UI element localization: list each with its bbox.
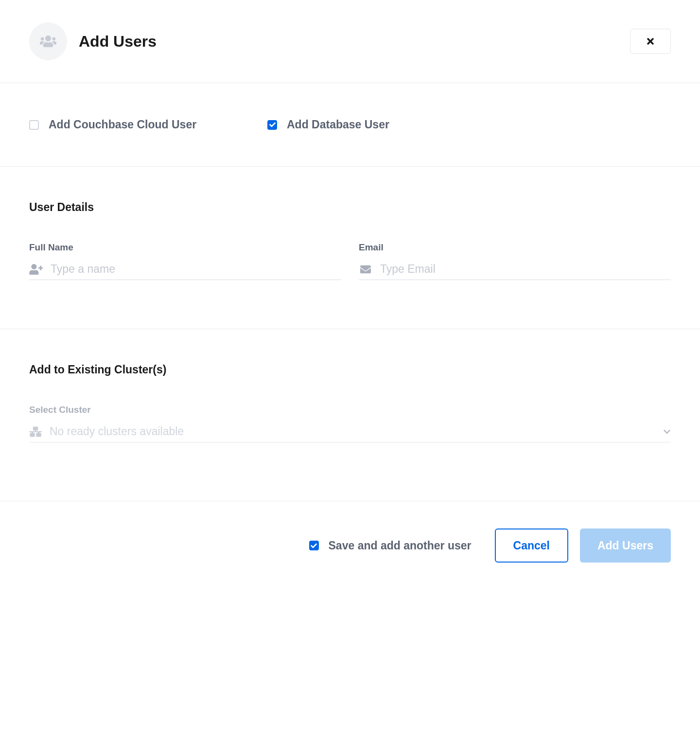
save-another-checkbox[interactable] xyxy=(309,541,319,550)
modal-title: Add Users xyxy=(79,33,157,51)
user-details-section: User Details Full Name Email xyxy=(0,167,700,329)
envelope-icon xyxy=(359,264,372,275)
cloud-user-checkbox[interactable] xyxy=(29,120,39,130)
database-user-checkbox[interactable] xyxy=(267,120,277,130)
add-users-modal: Add Users Add Couchbase Cloud User Add D… xyxy=(0,0,700,590)
email-input[interactable] xyxy=(380,263,671,276)
network-icon xyxy=(29,426,42,437)
cloud-user-label: Add Couchbase Cloud User xyxy=(49,118,196,131)
email-field-wrapper: Email xyxy=(359,242,671,280)
cluster-select[interactable]: No ready clusters available xyxy=(29,425,671,442)
email-input-wrapper xyxy=(359,263,671,280)
email-label: Email xyxy=(359,242,671,253)
save-another-label: Save and add another user xyxy=(329,539,472,552)
user-type-section: Add Couchbase Cloud User Add Database Us… xyxy=(0,83,700,166)
cancel-button[interactable]: Cancel xyxy=(495,529,568,563)
fullname-input-wrapper xyxy=(29,263,341,280)
check-icon xyxy=(269,122,276,128)
field-row: Full Name Email xyxy=(29,242,671,280)
chevron-down-icon xyxy=(663,428,671,436)
users-icon-circle xyxy=(29,22,67,60)
fullname-field-wrapper: Full Name xyxy=(29,242,341,280)
header-left: Add Users xyxy=(29,22,157,60)
close-button[interactable] xyxy=(630,29,671,54)
user-details-heading: User Details xyxy=(29,201,671,214)
save-another-option[interactable]: Save and add another user xyxy=(309,539,472,552)
user-plus-icon xyxy=(29,264,43,275)
add-users-button[interactable]: Add Users xyxy=(580,529,671,563)
database-user-option[interactable]: Add Database User xyxy=(267,118,506,131)
modal-footer: Save and add another user Cancel Add Use… xyxy=(0,501,700,590)
cluster-heading: Add to Existing Cluster(s) xyxy=(29,363,671,376)
fullname-input[interactable] xyxy=(51,263,341,276)
cloud-user-option[interactable]: Add Couchbase Cloud User xyxy=(29,118,267,131)
modal-header: Add Users xyxy=(0,0,700,83)
close-icon xyxy=(646,36,655,46)
cluster-select-placeholder: No ready clusters available xyxy=(50,425,655,438)
cluster-section: Add to Existing Cluster(s) Select Cluste… xyxy=(0,329,700,501)
check-icon xyxy=(311,543,317,549)
select-cluster-label: Select Cluster xyxy=(29,405,671,415)
database-user-label: Add Database User xyxy=(287,118,389,131)
fullname-label: Full Name xyxy=(29,242,341,253)
users-icon xyxy=(40,33,56,50)
